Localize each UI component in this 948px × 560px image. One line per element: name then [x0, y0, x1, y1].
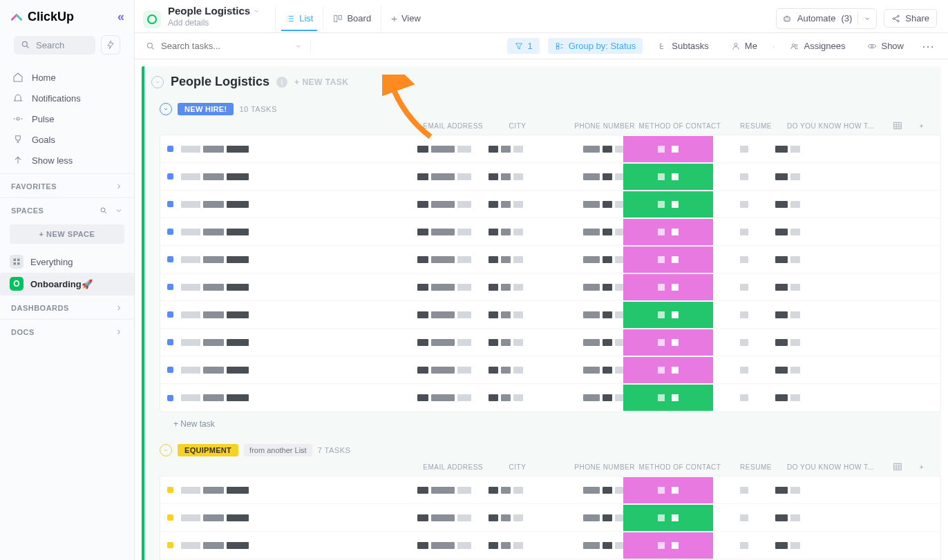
- space-onboarding[interactable]: O Onboarding🚀: [0, 273, 134, 295]
- chevron-down-icon[interactable]: [295, 43, 302, 50]
- status-square[interactable]: [167, 339, 173, 345]
- filter-chip[interactable]: 1: [507, 38, 540, 54]
- task-search-input[interactable]: [161, 41, 258, 51]
- task-search[interactable]: [146, 41, 284, 51]
- task-row[interactable]: [160, 163, 940, 191]
- dashboards-section[interactable]: DASHBOARDS: [0, 295, 134, 319]
- task-row[interactable]: [160, 329, 940, 356]
- collapse-group-icon[interactable]: [160, 444, 172, 456]
- method-of-contact-cell[interactable]: [623, 274, 713, 300]
- nav-home[interactable]: Home: [0, 67, 134, 88]
- status-square[interactable]: [167, 146, 173, 152]
- assignees-chip[interactable]: Assignees: [783, 38, 852, 54]
- collapse-list-icon[interactable]: [151, 76, 164, 88]
- show-chip[interactable]: Show: [860, 38, 911, 54]
- new-task-ghost[interactable]: + NEW TASK: [294, 77, 348, 87]
- method-of-contact-cell[interactable]: [623, 164, 713, 190]
- col-city[interactable]: CITY: [483, 122, 552, 130]
- status-square[interactable]: [167, 367, 173, 373]
- table-icon[interactable]: [893, 462, 902, 472]
- status-square[interactable]: [167, 395, 173, 401]
- status-square[interactable]: [167, 229, 173, 235]
- status-square[interactable]: [167, 311, 173, 318]
- task-row[interactable]: [160, 356, 940, 384]
- col-email[interactable]: EMAIL ADDRESS: [386, 463, 483, 471]
- collapse-group-icon[interactable]: [160, 103, 172, 115]
- col-resume[interactable]: RESUME: [725, 463, 787, 471]
- col-phone[interactable]: PHONE NUMBER: [552, 122, 635, 130]
- method-of-contact-cell[interactable]: [623, 477, 713, 503]
- task-row[interactable]: [160, 218, 940, 246]
- task-row[interactable]: [160, 532, 940, 559]
- nav-show-less[interactable]: Show less: [0, 150, 134, 171]
- quick-action-button[interactable]: [101, 35, 120, 55]
- method-of-contact-cell[interactable]: [623, 385, 713, 411]
- method-of-contact-cell[interactable]: [623, 532, 713, 559]
- method-of-contact-cell[interactable]: [623, 136, 713, 162]
- me-chip[interactable]: Me: [724, 38, 764, 54]
- page-title[interactable]: People Logistics: [168, 4, 250, 18]
- add-column-icon[interactable]: +: [920, 463, 924, 471]
- task-row[interactable]: [160, 301, 940, 329]
- nav-goals[interactable]: Goals: [0, 129, 134, 150]
- status-square[interactable]: [167, 514, 173, 521]
- task-row[interactable]: [160, 476, 940, 504]
- subtasks-chip[interactable]: Subtasks: [651, 38, 715, 54]
- status-square[interactable]: [167, 201, 173, 207]
- col-email[interactable]: EMAIL ADDRESS: [386, 122, 483, 130]
- favorites-section[interactable]: FAVORITES: [0, 173, 134, 197]
- col-resume[interactable]: RESUME: [725, 122, 787, 130]
- new-space-button[interactable]: + NEW SPACE: [10, 224, 124, 244]
- method-of-contact-cell[interactable]: [623, 219, 713, 245]
- chevron-down-icon[interactable]: [253, 8, 260, 15]
- col-know[interactable]: DO YOU KNOW HOW T...: [787, 463, 884, 471]
- automate-button[interactable]: Automate (3): [776, 8, 878, 29]
- col-know[interactable]: DO YOU KNOW HOW T...: [787, 122, 884, 130]
- task-row[interactable]: [160, 273, 940, 301]
- col-city[interactable]: CITY: [483, 463, 552, 471]
- new-task-button[interactable]: + New task: [160, 412, 941, 429]
- page-subtitle[interactable]: Add details: [168, 18, 260, 29]
- task-row[interactable]: [160, 504, 940, 532]
- add-column-icon[interactable]: +: [920, 122, 924, 130]
- table-icon[interactable]: [893, 121, 902, 131]
- method-of-contact-cell[interactable]: [623, 357, 713, 383]
- method-of-contact-cell[interactable]: [623, 247, 713, 273]
- status-square[interactable]: [167, 284, 173, 290]
- docs-section[interactable]: DOCS: [0, 319, 134, 343]
- chevron-down-icon[interactable]: [115, 206, 123, 215]
- task-row[interactable]: [160, 384, 940, 412]
- groupby-chip[interactable]: Group by: Status: [548, 38, 643, 54]
- share-button[interactable]: Share: [884, 9, 937, 28]
- sidebar-collapse-icon[interactable]: «: [117, 10, 124, 24]
- info-icon[interactable]: i: [276, 77, 287, 88]
- status-square[interactable]: [167, 487, 173, 493]
- tab-list[interactable]: List: [275, 6, 323, 30]
- logo[interactable]: ClickUp: [10, 10, 74, 24]
- tab-board[interactable]: Board: [323, 6, 381, 30]
- sidebar-search[interactable]: Search: [14, 36, 95, 55]
- nav-pulse[interactable]: Pulse: [0, 108, 134, 129]
- method-of-contact-cell[interactable]: [623, 191, 713, 218]
- method-of-contact-cell[interactable]: [623, 505, 713, 531]
- status-square[interactable]: [167, 542, 173, 548]
- space-everything[interactable]: Everything: [0, 251, 134, 273]
- add-view-button[interactable]: + View: [381, 6, 430, 31]
- task-row[interactable]: [160, 191, 940, 218]
- col-moc[interactable]: METHOD OF CONTACT: [635, 122, 725, 130]
- status-pill[interactable]: NEW HIRE!: [178, 103, 234, 115]
- task-row[interactable]: [160, 135, 940, 163]
- status-square[interactable]: [167, 173, 173, 180]
- status-square[interactable]: [167, 256, 173, 262]
- more-options[interactable]: ⋯: [919, 39, 937, 54]
- search-icon[interactable]: [99, 206, 108, 215]
- col-moc[interactable]: METHOD OF CONTACT: [635, 463, 725, 471]
- status-pill[interactable]: EQUIPMENT: [178, 444, 238, 456]
- method-of-contact-cell[interactable]: [623, 302, 713, 328]
- list-status-chip[interactable]: [143, 10, 161, 28]
- col-phone[interactable]: PHONE NUMBER: [552, 463, 635, 471]
- task-row[interactable]: [160, 246, 940, 273]
- from-list-badge[interactable]: from another List: [244, 444, 312, 456]
- nav-notifications[interactable]: Notifications: [0, 88, 134, 108]
- method-of-contact-cell[interactable]: [623, 329, 713, 356]
